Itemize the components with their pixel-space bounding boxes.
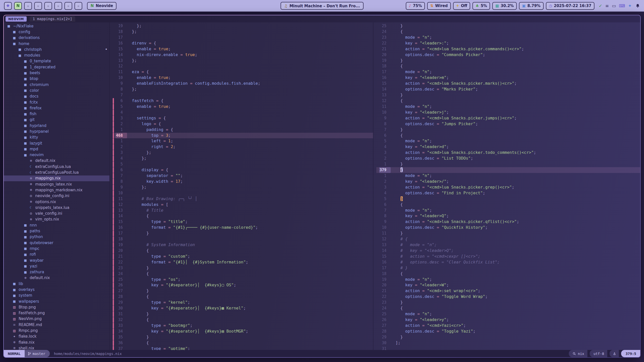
code-line[interactable]: 18 }; <box>113 29 373 35</box>
clipboard-icon[interactable]: ≡ <box>605 3 609 8</box>
code-line[interactable]: 19 # System Information <box>113 242 373 248</box>
tree-item[interactable]: ■lazygit <box>4 140 109 146</box>
tree-item[interactable]: ■git <box>4 117 109 123</box>
code-line[interactable]: 7 } <box>376 127 640 133</box>
code-line[interactable]: 18 { <box>376 271 640 277</box>
code-line[interactable]: 25 mode = "n"; <box>376 311 640 317</box>
code-line[interactable]: 23 mode = "n"; <box>376 35 640 40</box>
code-line[interactable]: 1 left = 1; <box>113 138 373 144</box>
code-line[interactable]: 16 format = "{#1}╭──── {#}{user-name-col… <box>113 225 373 231</box>
code-line[interactable]: 11 } <box>376 231 640 236</box>
code-line[interactable]: 22 key = "<leader>:"; <box>376 40 640 46</box>
code-line[interactable]: 21 type = "custom"; <box>113 254 373 259</box>
tree-item[interactable]: ■0_template <box>4 58 109 64</box>
code-line[interactable]: 28 { <box>113 294 373 300</box>
tree-item[interactable]: ▨FastFetch.png <box>4 310 109 316</box>
code-line[interactable]: 11 eza = { <box>113 69 373 75</box>
code-line[interactable]: 22 options.desc = "Toggle Word Wrap"; <box>376 294 640 300</box>
code-line[interactable]: 16 key = "<leader>m"; <box>376 75 640 81</box>
code-line[interactable]: 9 enableFishIntegration = config.modules… <box>113 81 373 86</box>
workspace-button[interactable]: ▫ <box>54 2 62 10</box>
tree-item[interactable]: ⚙vale_config.ini <box>4 211 109 216</box>
code-line[interactable]: 20 { <box>113 248 373 254</box>
code-line[interactable]: 3 }; <box>113 150 373 156</box>
code-line[interactable]: 26 key = "<leader>y"; <box>376 317 640 323</box>
code-line[interactable]: 468 top = 3; <box>113 133 373 139</box>
code-line[interactable]: 17 <box>113 35 373 40</box>
tree-item[interactable]: ■rmpc <box>4 246 109 251</box>
code-line[interactable]: 22 format = "{#1}│ {#}System Information… <box>113 259 373 265</box>
code-line[interactable]: 19 mode = "n"; <box>376 277 640 283</box>
code-line[interactable]: 33 type = "bootmgr"; <box>113 323 373 329</box>
tree-item[interactable]: ■qutebrowser <box>4 240 109 246</box>
display-icon[interactable]: ▭ <box>612 3 616 8</box>
code-line[interactable]: 5 } <box>376 196 640 202</box>
code-line[interactable]: 27 action = "<cmd>Yazi<cr>"; <box>376 323 640 329</box>
code-line[interactable]: 2 logo = { <box>113 121 373 127</box>
tree-item[interactable]: ❄default.nix <box>4 275 109 281</box>
tree-item[interactable]: ▨NeoVim.png <box>4 316 109 322</box>
code-line[interactable]: 12 # { <box>376 236 640 242</box>
tree-item[interactable]: ❄flake.nix <box>4 339 109 345</box>
code-line[interactable]: 3 action = "<cmd>lua Snacks.picker.grep(… <box>376 185 640 190</box>
workspace-button[interactable]: ▫ <box>64 2 72 10</box>
code-line[interactable]: 35 } <box>113 334 373 340</box>
code-line[interactable]: 16 direnv = { <box>113 40 373 46</box>
workspace-button[interactable]: ▫ <box>24 2 32 10</box>
code-line[interactable]: 5 mode = "n"; <box>376 138 640 144</box>
code-line[interactable]: 21 action = "<cmd>lua Snacks.picker.comm… <box>376 46 640 52</box>
code-line[interactable]: 3 action = "<cmd>lua Snacks.picker.todo_… <box>376 150 640 156</box>
code-line[interactable]: 6 { <box>376 202 640 208</box>
tree-item[interactable]: ☾extraConfigLuaPost.lua <box>4 169 109 175</box>
code-line[interactable]: 31 <box>376 346 640 350</box>
tree-item[interactable]: ■lib <box>4 281 109 287</box>
bluetooth-icon[interactable]: ✦ <box>628 3 632 8</box>
code-line[interactable]: 9 }; <box>113 185 373 190</box>
code-line[interactable]: 13 } <box>376 92 640 98</box>
code-line[interactable]: 4 }; <box>113 156 373 161</box>
network-module[interactable]: ⇅Wired <box>427 2 451 10</box>
launcher-button[interactable]: ❖ <box>4 2 12 10</box>
code-line[interactable]: 21 action = "<cmd>:set wrap!<cr>"; <box>376 288 640 294</box>
code-line[interactable]: 4 <box>113 110 373 115</box>
tree-item[interactable]: ▨Btop.png <box>4 304 109 310</box>
buffer-tab[interactable]: 1 mappings.nix[2+] <box>30 16 75 22</box>
code-line[interactable]: 6 display = { <box>113 167 373 173</box>
tree-item[interactable]: ▨Rmpc.png <box>4 328 109 333</box>
code-line[interactable]: 5 <box>113 161 373 167</box>
code-line[interactable]: 29 } <box>376 334 640 340</box>
code-line[interactable]: 10 key = "<leader>j"; <box>376 110 640 115</box>
code-line[interactable]: 17 mode = "n"; <box>376 69 640 75</box>
tree-item[interactable]: ❄mappings.nix <box>4 175 109 181</box>
code-line[interactable]: 23 } <box>113 265 373 271</box>
tree-item[interactable]: ■zathura <box>4 269 109 275</box>
code-line[interactable]: 17 } <box>113 231 373 236</box>
code-line[interactable]: 12 { <box>376 98 640 104</box>
code-line[interactable]: 14 options.desc = "Marks Picker"; <box>376 86 640 92</box>
code-line[interactable]: 2 right = 2; <box>113 144 373 150</box>
tree-item[interactable]: ■firefox <box>4 105 109 111</box>
tree-item[interactable]: ■mpd <box>4 146 109 152</box>
code-line[interactable]: 7 mode = "n"; <box>376 208 640 213</box>
code-line[interactable]: 10 enable = true; <box>113 75 373 81</box>
tree-item[interactable]: ☾snippets_latex.lua <box>4 205 109 210</box>
airplane-module[interactable]: ✈Off <box>453 2 470 10</box>
code-line[interactable]: 9 action = "<cmd>lua Snacks.picker.qflis… <box>376 219 640 225</box>
code-line[interactable]: 7 <box>113 92 373 98</box>
tree-item[interactable]: ■python <box>4 234 109 240</box>
tree-item[interactable]: ■fcitx <box>4 99 109 105</box>
code-line[interactable]: 27 } <box>113 288 373 294</box>
code-line[interactable]: 31 } <box>113 311 373 317</box>
code-line[interactable]: 6 fastfetch = { <box>113 98 373 104</box>
tree-item[interactable]: ■system <box>4 293 109 298</box>
code-line[interactable]: 9 action = "<cmd>lua Snacks.picker.jumps… <box>376 115 640 121</box>
tree-item[interactable]: ■rofi <box>4 252 109 257</box>
code-line[interactable]: 12 modules = [ <box>113 202 373 208</box>
code-line[interactable]: 14 nix-direnv.enable = true; <box>113 52 373 58</box>
code-line[interactable]: 15 enable = true; <box>113 46 373 52</box>
tree-item[interactable]: ■1_deprecated <box>4 64 109 70</box>
code-line[interactable]: 19 } <box>376 58 640 64</box>
code-line[interactable]: 10 options.desc = "Quickfix History"; <box>376 225 640 231</box>
code-line[interactable]: 25 type = "os"; <box>113 277 373 283</box>
tree-item[interactable]: ■config <box>4 29 109 35</box>
